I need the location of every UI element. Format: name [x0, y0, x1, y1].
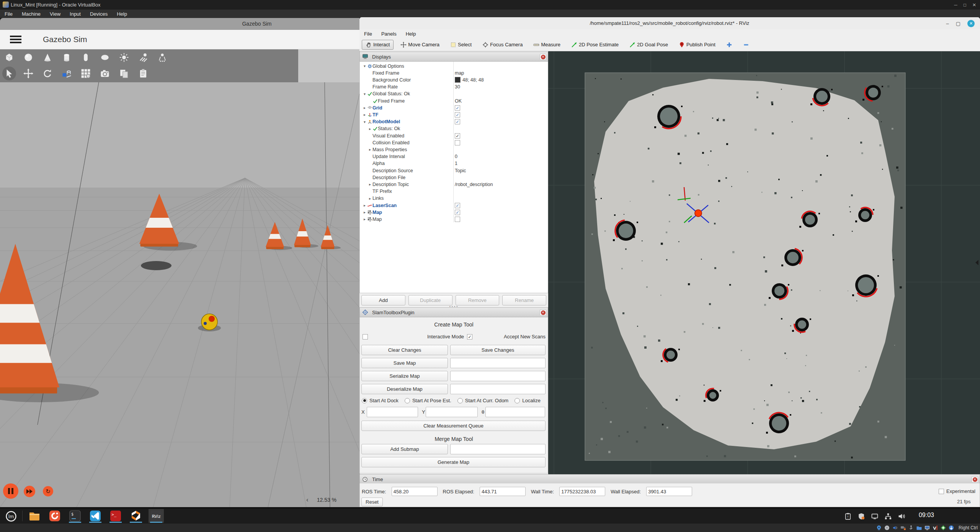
serialize-map-button[interactable]: Serialize Map	[361, 371, 448, 381]
rviz-close-button[interactable]: ✕	[967, 20, 975, 27]
gazebo-tool-copy[interactable]	[117, 67, 131, 80]
tree-expander-icon[interactable]: ▸	[362, 210, 367, 214]
time-field-wall-elapsed-[interactable]	[646, 487, 692, 496]
rviz-tool-2d-goal-pose[interactable]: 2D Goal Pose	[626, 40, 672, 50]
remove-display-button[interactable]: Remove	[456, 295, 500, 305]
tree-row-update-interval[interactable]: Update Interval0	[360, 153, 555, 160]
tree-expander-icon[interactable]: ▸	[362, 217, 367, 221]
gazebo-tool-cone[interactable]	[41, 51, 54, 64]
rviz-menu-help[interactable]: Help	[406, 31, 416, 37]
tree-value[interactable]: ✓	[455, 119, 460, 124]
tree-row-background-color[interactable]: Background Color48; 48; 48	[360, 76, 555, 83]
status-network-adapter-icon[interactable]	[900, 525, 906, 531]
tree-row-tf[interactable]: ▸TF✓	[360, 111, 550, 118]
tray-network-icon[interactable]	[884, 512, 892, 520]
status-display-icon[interactable]	[924, 525, 930, 531]
status-recording-icon[interactable]: V	[932, 525, 938, 531]
rviz-tool-select[interactable]: Select	[446, 40, 475, 50]
gazebo-pause-button[interactable]	[3, 483, 18, 499]
tray-display-icon[interactable]	[871, 512, 879, 520]
deserialize-map-button[interactable]: Deserialize Map	[361, 384, 448, 394]
enable-checkbox[interactable]	[455, 217, 460, 222]
vbox-menu-machine[interactable]: Machine	[22, 11, 41, 17]
gazebo-tool-select-cursor[interactable]	[2, 67, 16, 80]
tree-expander-icon[interactable]: ▾	[362, 92, 367, 96]
status-virtualization-icon[interactable]	[940, 525, 946, 531]
gazebo-tool-paste[interactable]	[136, 67, 150, 80]
tree-row-map[interactable]: ▸Map✓	[360, 209, 550, 216]
radio-start-at-dock[interactable]	[362, 398, 367, 403]
tree-row-description-topic[interactable]: ▸Description Topic/robot_description	[360, 181, 555, 188]
tree-expander-icon[interactable]: ▸	[368, 182, 372, 186]
gazebo-tool-spot-light[interactable]	[155, 51, 169, 64]
rviz-menu-file[interactable]: File	[364, 31, 372, 37]
tray-clipboard-icon[interactable]: !	[844, 512, 852, 520]
tree-row-fixed-frame[interactable]: Fixed Framemap	[360, 69, 555, 77]
tree-row-visual-enabled[interactable]: Visual Enabled✓	[360, 132, 555, 139]
add-display-button[interactable]: Add	[361, 295, 405, 305]
time-field-ros-time-[interactable]	[392, 487, 438, 496]
time-panel-header[interactable]: Time ✕	[359, 474, 980, 484]
tree-value[interactable]: ✓	[455, 112, 460, 117]
gazebo-tool-sphere[interactable]	[21, 51, 35, 64]
gazebo-titlebar[interactable]: Gazebo Sim	[0, 18, 359, 30]
gazebo-tool-snap[interactable]	[60, 67, 74, 80]
save-map-button[interactable]: Save Map	[361, 358, 448, 368]
vbox-menu-input[interactable]: Input	[70, 11, 81, 17]
tree-row-description-file[interactable]: Description File	[360, 174, 555, 181]
save-changes-button[interactable]: Save Changes	[450, 345, 546, 355]
tree-expander-icon[interactable]: ▾	[362, 64, 367, 68]
vbox-menu-help[interactable]: Help	[117, 11, 127, 17]
enable-checkbox[interactable]: ✓	[455, 112, 460, 117]
enable-checkbox[interactable]	[455, 140, 460, 145]
status-usb-icon[interactable]	[908, 525, 914, 531]
hamburger-menu-icon[interactable]	[10, 36, 21, 43]
taskbar-app-rviz[interactable]: RViz	[149, 509, 164, 523]
tree-expander-icon[interactable]: ▸	[362, 113, 367, 117]
taskbar-app-gazebo[interactable]	[128, 509, 144, 523]
rviz-minimize-button[interactable]: –	[946, 21, 949, 26]
tray-volume-icon[interactable]	[898, 512, 905, 520]
time-field-ros-elapsed-[interactable]	[480, 487, 526, 496]
gazebo-tool-ellipsoid[interactable]	[98, 51, 112, 64]
tree-row-fixed-frame[interactable]: Fixed FrameOK	[360, 97, 555, 104]
save-map-input[interactable]	[450, 358, 546, 368]
experimental-checkbox[interactable]	[939, 489, 944, 494]
tree-value[interactable]	[455, 140, 460, 145]
enable-checkbox[interactable]: ✓	[455, 203, 460, 208]
tree-row-links[interactable]: ▸Links	[360, 195, 555, 202]
tree-value[interactable]: ✓	[455, 133, 460, 139]
vbox-maximize-button[interactable]: □	[964, 2, 966, 8]
enable-checkbox[interactable]: ✓	[455, 119, 460, 124]
taskbar-app-vscode[interactable]	[88, 509, 103, 523]
radio-start-at-pose-est-[interactable]	[405, 398, 410, 403]
panel-collapse-arrow-right[interactable]	[975, 260, 978, 265]
duplicate-display-button[interactable]: Duplicate	[408, 295, 452, 305]
tree-row-frame-rate[interactable]: Frame Rate30	[360, 83, 555, 91]
serialize-map-input[interactable]	[450, 371, 546, 381]
taskbar-app-file-manager[interactable]	[27, 509, 42, 523]
rviz-tool-remove-tool[interactable]	[739, 40, 753, 50]
mint-menu-button[interactable]: lm	[3, 510, 19, 522]
rviz-tool-add-tool[interactable]	[722, 40, 736, 50]
generate-map-button[interactable]: Generate Map	[361, 457, 546, 467]
pose-input-θ[interactable]	[485, 407, 545, 417]
displays-panel-header[interactable]: Displays ✕	[359, 52, 548, 62]
rviz-tool-publish-point[interactable]: Publish Point	[675, 40, 719, 50]
tree-row-tf-prefix[interactable]: TF Prefix	[360, 188, 555, 195]
gazebo-tool-directional-light[interactable]	[136, 51, 150, 64]
gazebo-3d-viewport[interactable]	[0, 82, 359, 507]
time-close-button[interactable]: ✕	[972, 476, 978, 483]
reset-button[interactable]: Reset	[361, 498, 383, 506]
slam-panel-header[interactable]: SlamToolboxPlugin ✕	[359, 307, 548, 317]
gazebo-tool-box[interactable]	[2, 51, 16, 64]
status-webcam-icon[interactable]	[876, 525, 882, 531]
tree-expander-icon[interactable]: ▸	[368, 127, 372, 131]
tree-row-global-status-ok[interactable]: ▾Global Status: Ok	[360, 90, 550, 98]
gazebo-step-button[interactable]	[24, 486, 35, 497]
gazebo-tool-rotate[interactable]	[41, 67, 54, 80]
rviz-maximize-button[interactable]: ▢	[956, 21, 960, 26]
add-submap-input[interactable]	[450, 444, 546, 454]
rviz-tool-measure[interactable]: Measure	[529, 40, 564, 50]
tree-expander-icon[interactable]: ▸	[362, 106, 367, 110]
